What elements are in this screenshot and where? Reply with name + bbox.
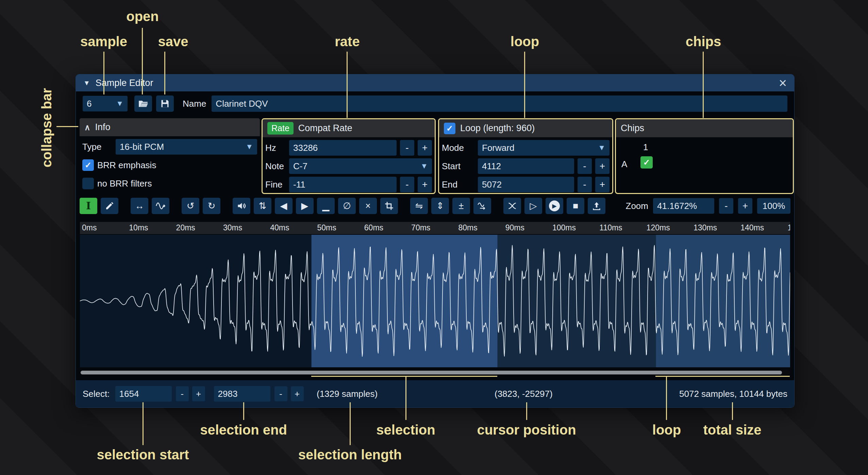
- crossfade-loop-points-icon: [507, 201, 517, 211]
- preview-sample-icon: ▷: [530, 201, 537, 211]
- undo-button[interactable]: ↺: [182, 198, 199, 214]
- annotation-chips: chips: [686, 34, 721, 49]
- waveform-canvas[interactable]: [80, 235, 790, 367]
- timeline-ruler[interactable]: 0ms10ms20ms30ms40ms50ms60ms70ms80ms90ms1…: [80, 222, 790, 234]
- hz-minus-button[interactable]: -: [400, 140, 414, 156]
- timeline-tick: 50ms: [317, 223, 336, 232]
- type-select-value: 16-bit PCM: [120, 142, 242, 152]
- info-title: Info: [95, 122, 111, 133]
- apply-filter-button[interactable]: [473, 198, 491, 214]
- zoom-label: Zoom: [626, 201, 648, 211]
- annotation-save: save: [158, 34, 188, 49]
- titlebar[interactable]: ▼ Sample Editor ×: [76, 74, 794, 91]
- sample-toolbar: I↔↺↻⇅◀▶▁∅×⇋⇕±▷▶■ Zoom - + 100%: [80, 198, 790, 214]
- waveform-scrollbar[interactable]: [80, 370, 790, 375]
- zoom-reset-button[interactable]: 100%: [757, 198, 790, 214]
- selection-end-minus-button[interactable]: -: [274, 386, 287, 401]
- close-icon[interactable]: ×: [779, 76, 787, 90]
- window-collapse-icon[interactable]: ▼: [83, 79, 90, 87]
- type-select[interactable]: 16-bit PCM ▼: [116, 139, 257, 155]
- apply-silence-button[interactable]: ∅: [338, 198, 356, 214]
- chip-enable-checkbox[interactable]: ✓: [640, 156, 653, 169]
- reverse-button[interactable]: ⇋: [410, 198, 428, 214]
- info-header[interactable]: ∧ Info: [80, 118, 260, 136]
- brr-emphasis-label: BRR emphasis: [97, 160, 156, 171]
- signed-unsigned-button[interactable]: ±: [452, 198, 470, 214]
- rate-badge[interactable]: Rate: [267, 122, 294, 135]
- annotation-line-open: [142, 28, 143, 94]
- timeline-tick: 30ms: [223, 223, 242, 232]
- apply-filter-icon: [477, 201, 487, 211]
- play-button[interactable]: ▶: [546, 198, 563, 214]
- selection-end-plus-button[interactable]: +: [291, 386, 304, 401]
- save-button[interactable]: [156, 95, 174, 112]
- hz-input[interactable]: [289, 140, 397, 156]
- redo-button[interactable]: ↻: [203, 198, 220, 214]
- loop-start-plus-button[interactable]: +: [595, 158, 610, 174]
- selection-start-minus-button[interactable]: -: [176, 386, 189, 401]
- insert-silence-button[interactable]: ▁: [317, 198, 335, 214]
- fine-plus-button[interactable]: +: [418, 177, 432, 192]
- resize-button[interactable]: ↔: [131, 198, 148, 214]
- annotation-bracket-selection: [311, 376, 497, 377]
- note-select-value: C-7: [293, 161, 417, 172]
- no-brr-filters-checkbox[interactable]: [82, 178, 94, 189]
- name-input[interactable]: [212, 95, 787, 112]
- hz-plus-button[interactable]: +: [418, 140, 432, 156]
- loop-end-input[interactable]: [478, 177, 574, 192]
- sample-header-row: 6 ▼ Name: [83, 95, 787, 112]
- loop-start-minus-button[interactable]: -: [578, 158, 592, 174]
- annotation-sample: sample: [80, 34, 127, 49]
- loop-end-plus-button[interactable]: +: [595, 177, 610, 192]
- invert-button[interactable]: ⇕: [431, 198, 449, 214]
- stop-button[interactable]: ■: [567, 198, 584, 214]
- zoom-input[interactable]: [653, 198, 714, 214]
- annotation-cursor-position: cursor position: [477, 422, 576, 438]
- preview-sample-button[interactable]: ▷: [524, 198, 542, 214]
- edit-mode-select-button[interactable]: I: [80, 198, 97, 214]
- fine-minus-button[interactable]: -: [400, 177, 414, 192]
- collapse-up-icon[interactable]: ∧: [84, 123, 90, 132]
- delete-button[interactable]: ×: [359, 198, 377, 214]
- annotation-line-selection-length: [350, 402, 351, 445]
- loop-mode-select[interactable]: Forward ▼: [478, 140, 610, 156]
- import-button[interactable]: [588, 198, 605, 214]
- selection-start-input[interactable]: [115, 386, 172, 402]
- hz-label: Hz: [265, 143, 286, 153]
- crossfade-loop-points-button[interactable]: [503, 198, 521, 214]
- loop-enable-checkbox[interactable]: ✓: [444, 123, 455, 134]
- normalize-button[interactable]: ⇅: [254, 198, 271, 214]
- selection-end-input[interactable]: [214, 386, 270, 402]
- loop-end-minus-button[interactable]: -: [578, 177, 592, 192]
- zoom-out-button[interactable]: -: [719, 198, 733, 214]
- fine-input[interactable]: [289, 177, 397, 192]
- selection-start-plus-button[interactable]: +: [192, 386, 205, 401]
- amplify-button[interactable]: [233, 198, 250, 214]
- loop-start-input[interactable]: [478, 158, 574, 174]
- sample-select[interactable]: 6 ▼: [83, 96, 128, 111]
- annotation-line-rate: [347, 52, 348, 118]
- open-button[interactable]: [134, 95, 152, 112]
- fade-out-button[interactable]: ▶: [296, 198, 314, 214]
- fade-in-button[interactable]: ◀: [275, 198, 293, 214]
- note-label: Note: [265, 161, 286, 172]
- no-brr-filters-label: no BRR filters: [97, 178, 152, 189]
- chips-title: Chips: [621, 123, 644, 134]
- select-label: Select:: [83, 389, 110, 399]
- status-bar: Select: - + - + (1329 samples) (3823, -2…: [76, 380, 794, 407]
- loop-mode-value: Forward: [482, 143, 595, 153]
- note-select[interactable]: C-7 ▼: [289, 158, 432, 174]
- trim-button[interactable]: [380, 198, 398, 214]
- resample-button[interactable]: [152, 198, 169, 214]
- brr-emphasis-checkbox[interactable]: ✓: [82, 159, 94, 171]
- annotation-open: open: [126, 9, 159, 24]
- scrollbar-thumb[interactable]: [81, 371, 782, 374]
- waveform-view[interactable]: [80, 235, 790, 367]
- zoom-in-button[interactable]: +: [738, 198, 752, 214]
- loop-end-label: End: [442, 179, 474, 190]
- fade-out-icon: ▶: [301, 201, 308, 211]
- annotation-line-selection-end: [243, 402, 244, 420]
- folder-open-icon: [138, 99, 148, 108]
- edit-mode-draw-button[interactable]: [101, 198, 118, 214]
- timeline-tick: 150ms: [788, 223, 790, 232]
